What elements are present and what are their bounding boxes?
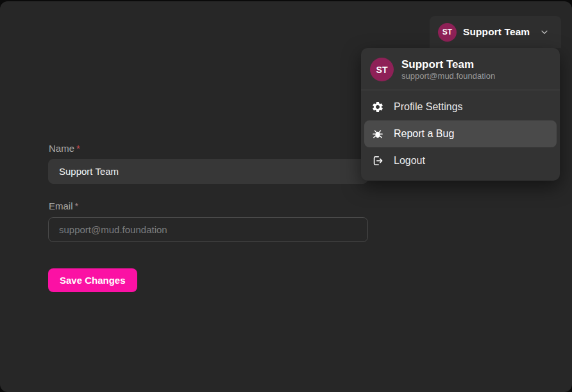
menu-item-label: Report a Bug [394,128,454,140]
email-field-label: Email* [49,200,78,211]
menu-item-report-a-bug[interactable]: Report a Bug [364,120,557,147]
name-required-asterisk: * [76,143,80,154]
user-dropdown-menu: ST Support Team support@mud.foundation P… [361,48,560,181]
logout-icon [371,154,384,167]
dropdown-user-email: support@mud.foundation [401,71,495,81]
user-menu-trigger-label: Support Team [463,26,530,38]
name-label-text: Name [49,143,74,154]
app-window: Name* Email* Save Changes ST Support Tea… [0,1,572,392]
dropdown-user-info: Support Team support@mud.foundation [401,58,495,81]
menu-item-logout[interactable]: Logout [364,147,557,174]
bug-icon [371,127,384,140]
dropdown-menu-list: Profile Settings Report a Bug [361,90,560,179]
dropdown-user-card: ST Support Team support@mud.foundation [361,48,560,90]
email-required-asterisk: * [75,200,79,211]
avatar: ST [370,58,394,81]
menu-item-label: Logout [394,155,425,167]
menu-item-label: Profile Settings [394,101,463,113]
gear-icon [371,101,384,113]
email-input[interactable] [48,217,368,242]
menu-item-profile-settings[interactable]: Profile Settings [364,94,557,120]
dropdown-user-name: Support Team [401,58,495,71]
email-label-text: Email [49,200,73,211]
save-changes-button[interactable]: Save Changes [48,268,137,292]
avatar: ST [438,23,457,42]
user-menu-trigger[interactable]: ST Support Team [430,16,561,48]
name-field-label: Name* [49,143,80,154]
chevron-down-icon [539,27,550,37]
name-input[interactable] [48,159,368,184]
